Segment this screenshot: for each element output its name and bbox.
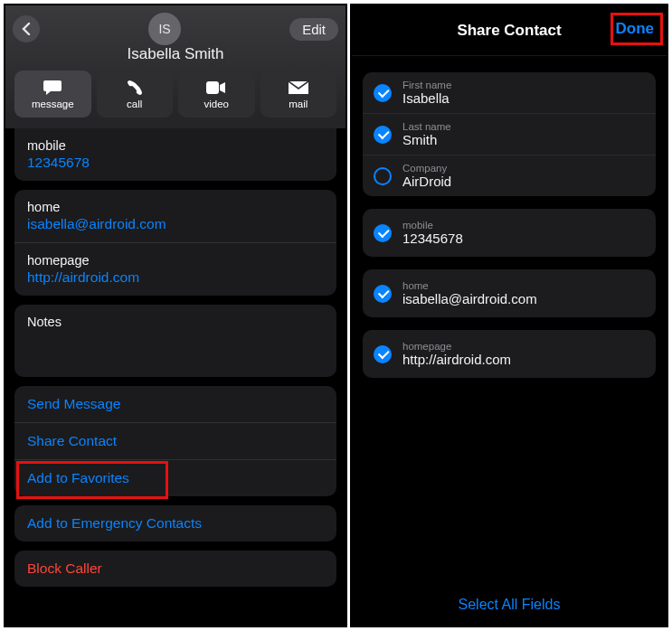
share-title: Share Contact [457,22,561,40]
mobile-value[interactable]: 12345678 [27,155,324,171]
message-action[interactable]: message [14,71,91,118]
notes-label: Notes [27,315,324,329]
video-action[interactable]: video [178,71,255,118]
email-homepage-card: home isabella@airdroid.com homepage http… [14,190,336,296]
video-label: video [204,99,230,109]
select-all-fields[interactable]: Select All Fields [352,597,667,613]
action-bar: message call video [11,71,340,123]
add-to-emergency-action[interactable]: Add to Emergency Contacts [14,505,336,542]
checkbox-mobile[interactable] [374,224,392,242]
share-contact-screen: Share Contact Done First name Isabella L… [350,4,668,627]
home-value[interactable]: isabella@airdroid.com [27,216,324,232]
contact-name: Isabella Smith [11,45,340,63]
phone-card: mobile 12345678 [14,128,336,181]
field-homepage[interactable]: homepage http://airdroid.com [363,330,656,378]
notes-card[interactable]: Notes [14,305,336,377]
actions-card: Send Message Share Contact Add to Favori… [14,386,336,496]
field-home[interactable]: home isabella@airdroid.com [363,269,656,317]
field-mobile[interactable]: mobile 12345678 [363,209,656,257]
call-action[interactable]: call [97,71,174,118]
call-label: call [127,99,142,109]
share-contact-action[interactable]: Share Contact [14,422,336,459]
field-last-name[interactable]: Last name Smith [363,113,656,155]
mobile-label-r: mobile [402,220,463,231]
message-icon [43,79,62,97]
last-name-label: Last name [402,121,451,132]
mobile-value-r: 12345678 [402,231,463,246]
edit-button[interactable]: Edit [289,18,338,41]
checkbox-first-name[interactable] [374,84,392,102]
home-card: home isabella@airdroid.com [363,269,656,317]
field-company[interactable]: Company AirDroid [363,155,656,196]
checkbox-homepage[interactable] [374,345,392,363]
share-header: Share Contact Done [352,5,667,56]
block-caller-action[interactable]: Block Caller [14,551,336,587]
avatar: IS [148,13,181,45]
first-name-label: First name [402,80,451,90]
field-first-name[interactable]: First name Isabella [363,72,656,113]
first-name-value: Isabella [402,90,451,106]
mobile-label: mobile [27,138,324,153]
homepage-label: homepage [27,253,324,268]
checkbox-home[interactable] [374,285,392,303]
home-value-r: isabella@airdroid.com [402,291,537,306]
homepage-value[interactable]: http://airdroid.com [27,269,324,286]
contact-detail-screen: IS Edit Isabella Smith message call [4,4,347,627]
video-icon [206,79,226,97]
message-label: message [32,99,74,109]
company-label: Company [402,163,451,174]
contact-header: IS Edit Isabella Smith message call [5,5,345,128]
block-card: Block Caller [14,551,336,587]
back-button[interactable] [13,15,40,42]
homepage-card: homepage http://airdroid.com [363,330,656,378]
home-label-r: home [402,280,537,291]
done-button[interactable]: Done [616,20,655,38]
checkbox-last-name[interactable] [374,126,392,144]
emergency-card: Add to Emergency Contacts [14,505,336,542]
mail-label: mail [289,99,308,109]
name-company-card: First name Isabella Last name Smith Comp… [363,72,656,196]
checkbox-company[interactable] [374,167,392,185]
phone-icon [127,79,143,97]
company-value: AirDroid [402,174,451,189]
add-to-favorites-action[interactable]: Add to Favorites [14,459,336,496]
last-name-value: Smith [402,132,451,147]
homepage-label-r: homepage [402,341,511,352]
homepage-value-r: http://airdroid.com [402,352,511,367]
mobile-card: mobile 12345678 [363,209,656,257]
mail-action[interactable]: mail [260,71,337,118]
svg-rect-0 [206,81,219,94]
send-message-action[interactable]: Send Message [14,386,336,422]
mail-icon [289,79,308,97]
home-label: home [27,200,324,214]
